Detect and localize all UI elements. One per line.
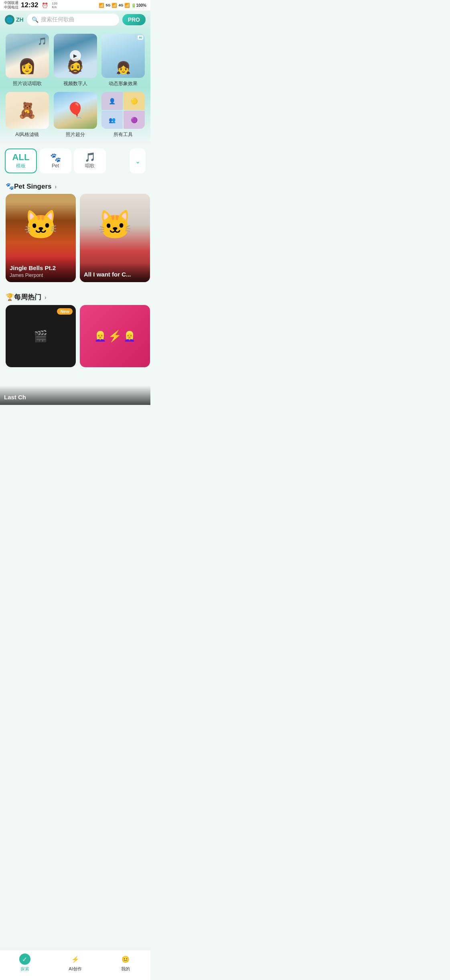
tabs-section: ALL 模板 🐾 Pet 🎵 唱歌 ⌄ (0, 144, 150, 177)
singer-card-2[interactable]: 🐱 All I want for C... (80, 194, 150, 282)
carrier-info: 中国联通 中国电信 (4, 1, 18, 10)
sing-icon: 🎵 (85, 153, 95, 162)
singer-card-2-overlay: All I want for C... (80, 263, 150, 282)
signal-icon: 📶 (111, 3, 117, 8)
wifi-icon: 📶 (99, 3, 104, 8)
tab-more-button[interactable]: ⌄ (130, 148, 146, 173)
singer-card-1-sub: James Pierpont (10, 272, 72, 278)
search-bar[interactable]: 🔍 搜索任何歌曲 (27, 14, 119, 26)
weekly-hot-arrow: › (45, 294, 47, 301)
tool-card-photo-super[interactable]: 🎈 照片超分 (53, 92, 98, 138)
pet-icon: 🐾 (50, 153, 61, 162)
tool-label-1: AI风格滤镜 (15, 131, 39, 138)
signal2-icon: 📶 (124, 3, 130, 8)
tab-all-label: ALL (12, 153, 30, 162)
tool-cards-row: 🧸 AI风格滤镜 🎈 照片超分 👤 🟡 👥 🟣 所有工具 (5, 92, 146, 138)
pet-singers-arrow: › (55, 183, 57, 190)
globe-icon: 🌐 (5, 15, 14, 24)
weekly-hot-title[interactable]: 🏆每周热门 › (0, 288, 150, 305)
play-icon: ▶ (70, 50, 81, 61)
alarm-icon: ⏰ (42, 2, 48, 8)
feature-card-video-person[interactable]: 🧔 ▶ 视频数字人 (53, 34, 98, 87)
feature-card-photo-sing[interactable]: 🎵 👩 照片说话唱歌 (5, 34, 50, 87)
status-time: 12:32 (21, 1, 38, 9)
collage-cell-1: 👤 (101, 92, 123, 110)
singer-card-1-title: Jingle Bells Pt.2 (10, 264, 72, 272)
pet-singers-scroll[interactable]: 🐱 Jingle Bells Pt.2 James Pierpont 🐱 All… (0, 194, 150, 288)
collage-cell-4: 🟣 (124, 111, 145, 129)
singer-card-1-overlay: Jingle Bells Pt.2 James Pierpont (6, 256, 76, 282)
tool-label-3: 所有工具 (114, 131, 133, 138)
tab-pet[interactable]: 🐾 Pet (39, 148, 71, 173)
pet-singers-section: 🐾Pet Singers › 🐱 Jingle Bells Pt.2 James… (0, 177, 150, 288)
hero-section: 🎵 👩 照片说话唱歌 🧔 ▶ 视频数字人 👧 AI (0, 29, 150, 144)
pet-singers-title[interactable]: 🐾Pet Singers › (0, 177, 150, 194)
hot-card-2[interactable]: 👱‍♀️ ⚡ 👱‍♀️ (80, 305, 150, 367)
5g-icon: 5G (105, 3, 110, 7)
status-icons: 📶 5G 📶 4G 📶 🔋100% (99, 3, 146, 8)
header: 🌐 ZH 🔍 搜索任何歌曲 PRO (0, 10, 150, 29)
tab-pet-label: Pet (52, 163, 59, 169)
search-icon: 🔍 (32, 16, 39, 23)
collage-cell-3: 👥 (101, 111, 123, 129)
feature-label-3: 动态形象效果 (109, 80, 138, 87)
ai-badge: AI (138, 35, 143, 40)
tab-all-sub: 模板 (16, 163, 26, 169)
feature-label-2: 视频数字人 (63, 80, 87, 87)
lang-button[interactable]: 🌐 ZH (5, 15, 24, 24)
feature-card-dynamic-avatar[interactable]: 👧 AI 动态形象效果 (101, 34, 146, 87)
search-placeholder-text: 搜索任何歌曲 (41, 16, 75, 23)
hot-card-1[interactable]: 🎬 New (6, 305, 76, 367)
status-bar: 中国联通 中国电信 12:32 ⏰ 120 K/s 📶 5G 📶 4G 📶 🔋1… (0, 0, 150, 10)
tool-card-ai-filter[interactable]: 🧸 AI风格滤镜 (5, 92, 50, 138)
tab-all[interactable]: ALL 模板 (5, 148, 37, 173)
feature-label-1: 照片说话唱歌 (13, 80, 42, 87)
collage-cell-2: 🟡 (124, 92, 145, 110)
tool-label-2: 照片超分 (66, 131, 85, 138)
tab-sing[interactable]: 🎵 唱歌 (74, 148, 106, 173)
new-badge: New (57, 308, 73, 315)
weekly-hot-scroll[interactable]: 🎬 New 👱‍♀️ ⚡ 👱‍♀️ 👤 (0, 305, 150, 373)
chevron-down-icon: ⌄ (135, 157, 140, 165)
singer-card-1[interactable]: 🐱 Jingle Bells Pt.2 James Pierpont (6, 194, 76, 282)
tool-card-all-tools[interactable]: 👤 🟡 👥 🟣 所有工具 (101, 92, 146, 138)
tabs-row: ALL 模板 🐾 Pet 🎵 唱歌 ⌄ (5, 148, 146, 173)
4g-icon: 4G (118, 3, 123, 7)
feature-cards-row: 🎵 👩 照片说话唱歌 🧔 ▶ 视频数字人 👧 AI (5, 34, 146, 87)
speed-info: 120 K/s (52, 2, 57, 9)
lang-label: ZH (16, 16, 24, 23)
battery-icon: 🔋100% (131, 3, 146, 8)
tab-sing-label: 唱歌 (85, 163, 95, 169)
pro-button[interactable]: PRO (122, 14, 146, 25)
singer-card-2-title: All I want for C... (84, 271, 146, 278)
